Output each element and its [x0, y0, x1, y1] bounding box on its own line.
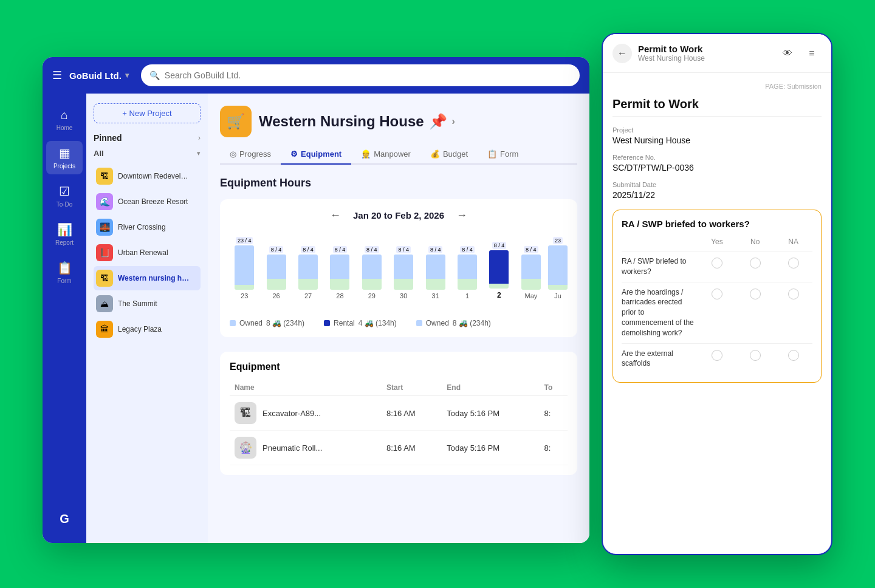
- bar-segment-bottom-2: [489, 284, 509, 289]
- home-icon: ⌂: [61, 108, 68, 122]
- equipment-table-section: Equipment Name Start End To: [220, 352, 577, 475]
- chart-prev-arrow[interactable]: ←: [330, 209, 341, 222]
- tab-manpower[interactable]: 👷 Manpower: [351, 145, 420, 165]
- permit-reference-value: SC/DT/PTW/LP-0036: [612, 163, 822, 173]
- legend-rental-dot: [324, 320, 330, 326]
- pinned-arrow-icon[interactable]: ›: [198, 134, 201, 142]
- radio-na-ra-swp[interactable]: [774, 256, 812, 268]
- sidebar-item-form[interactable]: 📋 Form: [46, 256, 83, 289]
- project-name-river: River Crossing: [118, 223, 166, 231]
- radio-circle-no-external[interactable]: [750, 350, 761, 361]
- bar-label-28: 8 / 4: [333, 246, 348, 253]
- bar-date-1: 1: [465, 292, 469, 299]
- bar-date-29: 29: [368, 292, 376, 299]
- permit-project-label: Project: [612, 126, 822, 134]
- bar-date-2: 2: [497, 291, 501, 299]
- equipment-chart: ← Jan 20 to Feb 2, 2026 → 23 / 4 23: [220, 199, 577, 337]
- radio-circle-no-hoardings[interactable]: [750, 289, 761, 299]
- permit-topbar-icons: 👁 ≡: [778, 44, 822, 63]
- tab-progress[interactable]: ◎ Progress: [220, 145, 281, 165]
- tab-progress-label: Progress: [239, 149, 271, 159]
- search-bar[interactable]: 🔍: [141, 64, 580, 86]
- excavator-name: Excavator-A89...: [262, 409, 321, 418]
- chart-legend: Owned 8 🚜 (234h) Rental 4 🚜 (134h) Owned…: [230, 319, 568, 327]
- radio-circle-na-external[interactable]: [788, 350, 799, 361]
- project-item-urban[interactable]: 📕 Urban Renewal: [94, 241, 201, 265]
- project-name-western: Western nursing ho...: [118, 274, 191, 282]
- radio-label-ra-swp: RA / SWP briefed to workers?: [622, 256, 698, 277]
- project-item-summit[interactable]: ⛰ The Summit: [94, 292, 201, 316]
- tab-equipment[interactable]: ⚙ Equipment: [281, 145, 351, 165]
- bar-segment-bottom-1: [458, 279, 477, 290]
- bar-group-29: 8 / 4 29: [357, 246, 386, 299]
- radio-no-ra-swp[interactable]: [736, 256, 774, 268]
- radio-na-hoardings[interactable]: [774, 287, 812, 299]
- bar-group-may: 8 / 4 May: [516, 246, 546, 299]
- excavator-end: Today 5:16 PM: [442, 396, 539, 431]
- todo-icon: ☑: [59, 184, 70, 199]
- bar-group-jun: 23 Ju: [548, 237, 568, 299]
- project-item-legacy[interactable]: 🏛 Legacy Plaza: [94, 317, 201, 341]
- project-item-downtown[interactable]: 🏗 Downtown Redevelo...: [94, 164, 201, 188]
- table-row[interactable]: 🏗 Excavator-A89... 8:16 AM Today 5:16 PM…: [230, 396, 568, 431]
- project-item-western[interactable]: 🏗 Western nursing ho...: [94, 266, 201, 290]
- radio-no-hoardings[interactable]: [736, 287, 774, 299]
- radio-yes-ra-swp[interactable]: [698, 256, 736, 268]
- form-icon: 📋: [57, 261, 72, 275]
- bar-date-26: 26: [272, 292, 280, 299]
- brand-label: GoBuid Ltd.: [69, 70, 122, 81]
- radio-yes-external[interactable]: [698, 349, 736, 361]
- pneumatic-icon: 🎡: [235, 437, 256, 459]
- radio-circle-na-ra-swp[interactable]: [788, 258, 799, 268]
- all-filter-chevron-icon[interactable]: ▾: [197, 149, 201, 157]
- project-icon-legacy: 🏛: [96, 321, 113, 338]
- project-item-river[interactable]: 🌉 River Crossing: [94, 215, 201, 239]
- bar-segment-bottom-28: [330, 279, 349, 290]
- table-row[interactable]: 🎡 Pneumatic Roll... 8:16 AM Today 5:16 P…: [230, 431, 568, 465]
- permit-window: ← Permit to Work West Nursing House 👁 ≡ …: [602, 33, 832, 555]
- chart-next-arrow[interactable]: →: [456, 209, 467, 222]
- bar-label-29: 8 / 4: [365, 246, 379, 253]
- radio-circle-yes-hoardings[interactable]: [712, 289, 722, 299]
- sidebar-item-todo[interactable]: ☑ To-Do: [46, 179, 83, 213]
- radio-circle-no-ra-swp[interactable]: [750, 258, 761, 268]
- radio-circle-yes-ra-swp[interactable]: [712, 258, 722, 268]
- radio-circle-na-hoardings[interactable]: [788, 289, 799, 299]
- equipment-table: Name Start End To 🏗: [230, 380, 568, 465]
- projects-panel: + New Project Pinned › All ▾ 🏗 Downtown …: [86, 94, 208, 543]
- radio-circle-yes-external[interactable]: [712, 350, 722, 361]
- sidebar-item-projects[interactable]: ▦ Projects: [46, 141, 83, 174]
- col-name: Name: [230, 380, 382, 396]
- radio-no-external[interactable]: [736, 349, 774, 361]
- brand-name[interactable]: GoBuid Ltd. ▾: [69, 70, 129, 81]
- tab-budget[interactable]: 💰 Budget: [420, 145, 478, 165]
- bar-segment-owned-30: [394, 255, 413, 279]
- sidebar-item-report[interactable]: 📊 Report: [46, 217, 83, 251]
- legend-rental-count: 4 🚜 (134h): [359, 319, 397, 327]
- permit-section-title: Permit to Work: [612, 97, 822, 117]
- bar-segment-owned-jun: [548, 245, 568, 285]
- tab-form[interactable]: 📋 Form: [478, 145, 528, 165]
- sidebar-item-home[interactable]: ⌂ Home: [46, 103, 83, 136]
- project-item-ocean[interactable]: 🌊 Ocean Breeze Resort: [94, 190, 201, 214]
- permit-eye-button[interactable]: 👁: [778, 44, 797, 63]
- report-icon: 📊: [57, 222, 72, 237]
- permit-menu-button[interactable]: ≡: [802, 44, 822, 63]
- project-title-chevron-icon[interactable]: ›: [452, 116, 455, 127]
- excavator-to: 8:: [540, 396, 568, 431]
- project-icon-urban: 📕: [96, 244, 113, 261]
- bar-segment-bottom-27: [298, 279, 318, 290]
- permit-title-block: Permit to Work West Nursing House: [638, 44, 772, 63]
- hamburger-menu-icon[interactable]: ☰: [52, 69, 62, 82]
- chart-date-range: Jan 20 to Feb 2, 2026: [353, 210, 444, 220]
- tab-budget-label: Budget: [443, 149, 468, 159]
- bar-segment-bottom-may: [521, 279, 541, 290]
- radio-row-hoardings: Are the hoardings / barricades erected p…: [622, 282, 812, 343]
- brand-dropdown-icon[interactable]: ▾: [125, 71, 129, 80]
- radio-na-external[interactable]: [774, 349, 812, 361]
- search-input[interactable]: [165, 70, 571, 80]
- budget-tab-icon: 💰: [430, 149, 440, 159]
- radio-yes-hoardings[interactable]: [698, 287, 736, 299]
- permit-back-button[interactable]: ←: [612, 44, 632, 63]
- new-project-button[interactable]: + New Project: [94, 103, 201, 123]
